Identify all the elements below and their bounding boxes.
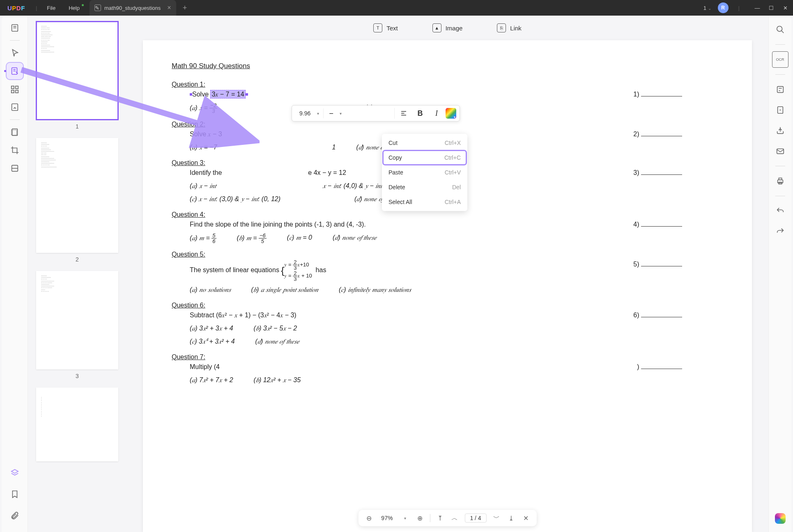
page-indicator[interactable]: 1 ⌄ [703,5,711,11]
answer-a: (𝑎) 3𝑥² + 3𝑥 + 4 [190,323,233,333]
text-icon: T [373,23,382,32]
answer-d: (𝑑) 𝑛𝑜𝑛𝑒 𝑜𝑓 𝑡ℎ𝑒𝑠𝑒 [333,233,377,244]
svg-rect-2 [11,86,14,89]
layers-button[interactable] [7,465,23,481]
italic-button[interactable]: I [429,107,444,120]
selected-text[interactable]: 3𝑥 − 7 = 14 [210,90,245,99]
answer-a: (𝑎) 𝑥 = −7 [190,142,217,152]
zoom-dropdown[interactable]: ▾ [400,513,410,523]
document-tab[interactable]: ✎ math90_studyquestions × [90,0,176,16]
thumbnail-page-1[interactable]: ━━━━━━━━━━━━━ ━━━━━━ ━━ ━━ ━━━━━━━━━━━━━… [36,21,118,120]
link-tool[interactable]: ⎘Link [492,20,526,36]
separator: | [36,5,37,11]
question-label: Question 1: [172,80,723,89]
next-page-button[interactable]: ﹀ [492,513,501,523]
question-label: Question 6: [172,300,723,310]
organize-tool[interactable] [7,81,23,97]
attachment-button[interactable] [7,507,23,524]
ctx-copy[interactable]: CopyCtrl+C [384,151,466,164]
image-tool[interactable]: ▲Image [428,20,468,36]
email-button[interactable] [772,143,788,159]
last-page-button[interactable]: ⤓ [506,513,516,523]
align-button[interactable] [396,107,411,120]
zoom-page-toolbar: ⊖ 97% ▾ ⊕ ⤒ ︿ 1 / 4 ﹀ ⤓ ✕ [358,510,536,526]
ctx-delete[interactable]: DeleteDel [382,180,467,195]
page-number: 1 [35,123,119,130]
svg-rect-4 [11,90,14,93]
question-label: Question 5: [172,250,723,259]
answer-d: (𝑑) 𝑛𝑜𝑛𝑒 𝑜𝑓 𝑡ℎ𝑒𝑠𝑒 [255,337,299,346]
svg-point-11 [777,26,782,32]
svg-rect-16 [779,178,782,180]
close-window-button[interactable]: ✕ [782,5,788,11]
bold-button[interactable]: B [413,107,428,120]
answer-a: (𝑎) 𝑥 = −23 [190,103,217,114]
page-input[interactable]: 1 / 4 [464,514,486,523]
ai-assistant-button[interactable] [775,513,786,524]
answer-c: (𝑐) 𝑖𝑛𝑓𝑖𝑛𝑖𝑡𝑒𝑙𝑦 𝑚𝑎𝑛𝑦 𝑠𝑜𝑙𝑢𝑡𝑖𝑜𝑛𝑠 [339,285,411,295]
zoom-out-button[interactable]: ⊖ [364,513,374,523]
user-avatar[interactable]: R [718,2,729,13]
page-number: 3 [35,373,119,379]
thumbnail-page-3[interactable]: ━━━━━━━━━━━━━━━━━━━━━ ━━ ━━━━━━━━━━━━━━━… [36,271,118,369]
form-button[interactable] [772,81,788,98]
answer-b: (𝑏) 𝑎 𝑠𝑖𝑛𝑔𝑙𝑒 𝑝𝑜𝑖𝑛𝑡 𝑠𝑜𝑙𝑢𝑡𝑖𝑜𝑛 [251,285,318,295]
crop-tool[interactable] [7,142,23,158]
close-toolbar-button[interactable]: ✕ [521,513,531,523]
bookmark-button[interactable] [7,486,23,502]
maximize-button[interactable]: ☐ [768,5,774,11]
thumbnail-page-2[interactable]: ━━━━━━━━━━━━━━━━━━━ ━━ ━━━━━━━━━━━━━━━━━… [36,138,118,253]
question-text: The system of linear equations {𝑦 = 23𝑥+… [190,259,723,282]
question-text: Multiply (4 ) [190,362,723,372]
answer-b: (𝑏) 𝑚 = −65 [237,233,267,244]
color-picker-button[interactable] [446,108,456,119]
minimize-button[interactable]: — [754,5,760,11]
answer-a: (𝑎) 7𝑥² + 7𝑥 + 2 [190,375,233,385]
svg-rect-12 [777,87,783,93]
menu-file[interactable]: File [40,5,62,11]
answer-a: (𝑎) 𝑛𝑜 𝑠𝑜𝑙𝑢𝑡𝑖𝑜𝑛𝑠 [190,285,231,295]
comment-tool[interactable] [7,45,23,61]
zoom-in-button[interactable]: ⊕ [415,513,425,523]
question-text: Subtract (6𝑥² − 𝑥 + 1) − (3𝑥² − 4𝑥 − 3) … [190,310,723,320]
search-button[interactable] [772,21,788,38]
ctx-select-all[interactable]: Select AllCtrl+A [382,195,467,209]
text-tool[interactable]: TText [368,20,403,36]
link-icon: ⎘ [497,23,506,32]
question-text: Solve 3𝑥 − 7 = 14 1) [190,89,723,99]
ctx-paste[interactable]: PasteCtrl+V [382,165,467,180]
svg-rect-5 [15,90,18,93]
answer-c: (𝑐) 𝑚 = 0 [287,233,312,244]
ocr-button[interactable]: OCR [772,51,788,68]
undo-button[interactable] [772,203,788,219]
close-tab-button[interactable]: × [167,4,171,11]
protect-button[interactable] [772,102,788,118]
print-button[interactable] [772,173,788,189]
share-button[interactable] [772,122,788,139]
prev-page-button[interactable]: ︿ [450,513,460,523]
context-menu: CutCtrl+X CopyCtrl+C PasteCtrl+V DeleteD… [382,134,467,211]
page-tool[interactable] [7,124,23,140]
edit-tool[interactable] [7,63,23,79]
svg-rect-3 [15,86,18,89]
new-tab-button[interactable]: + [183,4,187,12]
thumbnail-page-4[interactable]: ━━━━━━━━━━━━ [36,388,118,461]
answer-b: (𝑏) 12𝑥² + 𝑥 − 35 [254,375,301,385]
menu-help[interactable]: Help [62,5,86,11]
redo-button[interactable] [772,223,788,240]
answer-c: (𝑐) 3𝑥⁴ + 3𝑥² + 4 [190,337,235,346]
tab-title: math90_studyquestions [104,5,161,11]
svg-rect-14 [777,149,784,154]
question-label: Question 4: [172,210,723,220]
font-family-dropdown[interactable]: –▾ [325,108,395,119]
redact-tool[interactable] [7,160,23,177]
font-size-dropdown[interactable]: 9.96▾ [295,108,324,118]
reader-tool[interactable] [7,20,23,36]
ctx-cut[interactable]: CutCtrl+X [382,135,467,150]
question-text: Find the slope of the line joining the p… [190,220,723,229]
question-label: Question 7: [172,352,723,362]
first-page-button[interactable]: ⤒ [435,513,445,523]
answer-a: (𝑎) 𝑚 = 56 [190,233,216,244]
answer-b: (𝑏) 3𝑥² − 5𝑥 − 2 [254,323,297,333]
fill-sign-tool[interactable] [7,99,23,115]
